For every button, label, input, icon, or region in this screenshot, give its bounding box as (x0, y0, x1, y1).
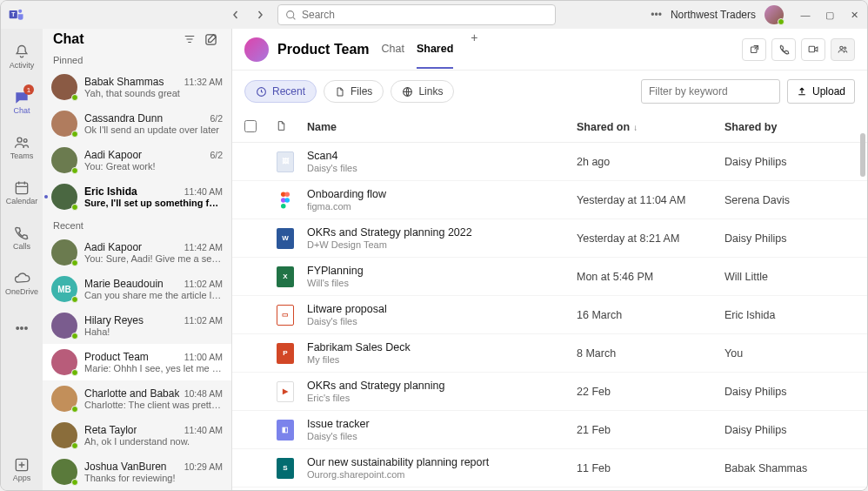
file-icon (276, 119, 287, 132)
chat-avatar (51, 459, 77, 485)
more-icon[interactable]: ••• (651, 9, 662, 21)
chat-avatar (51, 349, 77, 375)
chat-preview: Ah, ok I understand now. (84, 436, 223, 447)
pill-recent[interactable]: Recent (244, 80, 317, 103)
org-name: Northwest Traders (671, 9, 756, 21)
upload-icon (797, 86, 807, 97)
presence-icon (71, 94, 78, 101)
file-shared-by: Daisy Philips (724, 232, 855, 245)
upload-button[interactable]: Upload (787, 79, 855, 104)
file-row-7[interactable]: ◧ Issue trackerDaisy's files 21 Feb Dais… (232, 411, 867, 449)
file-row-2[interactable]: W OKRs and Strategy planning 2022D+W Des… (232, 219, 867, 258)
window-minimize-button[interactable]: — (799, 10, 811, 21)
file-shared-on: 16 March (577, 309, 724, 321)
chat-item-recent-0[interactable]: Aadi Kapoor11:42 AM You: Sure, Aadi! Giv… (43, 234, 231, 271)
chat-item-recent-5[interactable]: Reta Taylor11:40 AM Ah, ok I understand … (43, 417, 231, 454)
add-tab-button[interactable]: + (465, 30, 483, 69)
filter-input[interactable] (641, 79, 780, 104)
rail-label: Activity (10, 61, 35, 70)
upload-label: Upload (812, 85, 845, 98)
nav-forward-button[interactable] (250, 4, 270, 25)
file-row-8[interactable]: S Our new sustainability planning report… (232, 449, 867, 488)
file-row-9[interactable]: P Sales Analysis and planningProduct tea… (232, 488, 867, 490)
chat-item-recent-4[interactable]: Charlotte and Babak10:48 AM Charlotte: T… (43, 380, 231, 417)
presence-icon (71, 204, 78, 211)
file-type-icon: S (276, 457, 295, 480)
file-name: FYPlanning (307, 265, 577, 277)
chat-name: Joshua VanBuren (84, 461, 167, 473)
chat-name: Aadi Kapoor (84, 241, 142, 253)
chat-time: 10:48 AM (184, 388, 223, 399)
chat-item-recent-6[interactable]: Joshua VanBuren10:29 AM Thanks for revie… (43, 454, 231, 490)
file-shared-on: 2h ago (577, 156, 724, 168)
calendar-icon (13, 179, 30, 197)
svg-point-2 (18, 10, 22, 13)
rail-apps[interactable]: Apps (1, 448, 43, 490)
filter-button[interactable] (179, 29, 200, 50)
audio-call-button[interactable] (771, 38, 796, 61)
global-search[interactable] (277, 4, 556, 25)
file-name: Litware proposal (307, 303, 577, 315)
rail-calls[interactable]: Calls (1, 217, 43, 259)
shared-files-table: Name Shared on↓ Shared by 🖼 Scan4Daisy's… (232, 112, 867, 490)
file-icon (335, 86, 345, 98)
file-row-1[interactable]: Onboarding flowfigma.com Yesterday at 11… (232, 181, 867, 219)
col-name[interactable]: Name (307, 121, 577, 133)
conversation-title: Product Team (277, 42, 370, 57)
chat-preview: Haha! (84, 326, 223, 337)
scrollbar-thumb[interactable] (860, 133, 865, 177)
file-location: Eric's files (307, 393, 577, 403)
chat-item-pinned-2[interactable]: Aadi Kapoor6/2 You: Great work! (43, 142, 231, 178)
rail-label: OneDrive (5, 287, 38, 296)
chat-preview: You: Great work! (84, 161, 223, 172)
file-shared-on: 21 Feb (577, 424, 724, 436)
file-location: figma.com (307, 201, 577, 212)
pill-files[interactable]: Files (324, 80, 384, 103)
file-row-3[interactable]: X FYPlanningWill's files Mon at 5:46 PM … (232, 258, 867, 296)
section-recent: Recent (43, 215, 231, 234)
chat-avatar (51, 422, 77, 448)
file-type-icon: W (276, 227, 295, 250)
people-button[interactable] (831, 38, 855, 61)
chat-avatar: MB (51, 276, 77, 302)
file-row-4[interactable]: ▭ Litware proposalDaisy's files 16 March… (232, 296, 867, 334)
tab-chat[interactable]: Chat (382, 30, 404, 69)
new-chat-button[interactable] (200, 29, 221, 50)
chat-unread-badge: 1 (23, 84, 34, 95)
rail-onedrive[interactable]: OneDrive (1, 262, 43, 304)
file-row-6[interactable]: ▶ OKRs and Strategy planningEric's files… (232, 373, 867, 411)
presence-available-icon (778, 18, 785, 25)
pill-links[interactable]: Links (391, 80, 454, 103)
col-shared-on[interactable]: Shared on↓ (577, 121, 724, 133)
chat-item-pinned-3[interactable]: Eric Ishida11:40 AM Sure, I'll set up so… (43, 178, 231, 215)
me-avatar[interactable] (765, 5, 784, 24)
col-shared-by[interactable]: Shared by (724, 121, 855, 133)
search-input[interactable] (302, 9, 548, 21)
chat-item-recent-1[interactable]: MB Marie Beaudouin11:02 AM Can you share… (43, 271, 231, 307)
video-call-button[interactable] (801, 38, 825, 61)
file-shared-on: Mon at 5:46 PM (577, 271, 724, 283)
file-location: Daisy's files (307, 431, 577, 441)
select-all-checkbox[interactable] (244, 120, 257, 132)
rail-chat[interactable]: 1 Chat (1, 81, 43, 123)
rail-teams[interactable]: Teams (1, 126, 43, 168)
chat-item-recent-3[interactable]: Product Team11:00 AM Marie: Ohhh I see, … (43, 344, 231, 380)
presence-icon (71, 296, 78, 303)
file-row-5[interactable]: P Fabrikam Sales DeckMy files 8 March Yo… (232, 334, 867, 373)
chat-item-pinned-0[interactable]: Babak Shammas11:32 AM Yah, that sounds g… (43, 69, 231, 105)
conversation-pane: Product Team Chat Shared + Recent Files … (232, 29, 867, 490)
chat-preview: Sure, I'll set up something for next wee… (84, 198, 223, 208)
popout-button[interactable] (742, 38, 766, 61)
tab-shared[interactable]: Shared (417, 30, 453, 69)
rail-more[interactable]: ••• (1, 307, 43, 349)
nav-back-button[interactable] (225, 4, 246, 25)
file-row-0[interactable]: 🖼 Scan4Daisy's files 2h ago Daisy Philip… (232, 143, 867, 181)
window-close-button[interactable]: ✕ (848, 10, 860, 21)
chat-item-pinned-1[interactable]: Cassandra Dunn6/2 Ok I'll send an update… (43, 105, 231, 142)
chat-item-recent-2[interactable]: Hilary Reyes11:02 AM Haha! (43, 307, 231, 344)
rail-calendar[interactable]: Calendar (1, 172, 43, 213)
file-type-icon: ▶ (276, 380, 295, 403)
window-maximize-button[interactable]: ▢ (824, 10, 836, 21)
svg-rect-10 (809, 46, 815, 52)
rail-activity[interactable]: Activity (1, 36, 43, 77)
